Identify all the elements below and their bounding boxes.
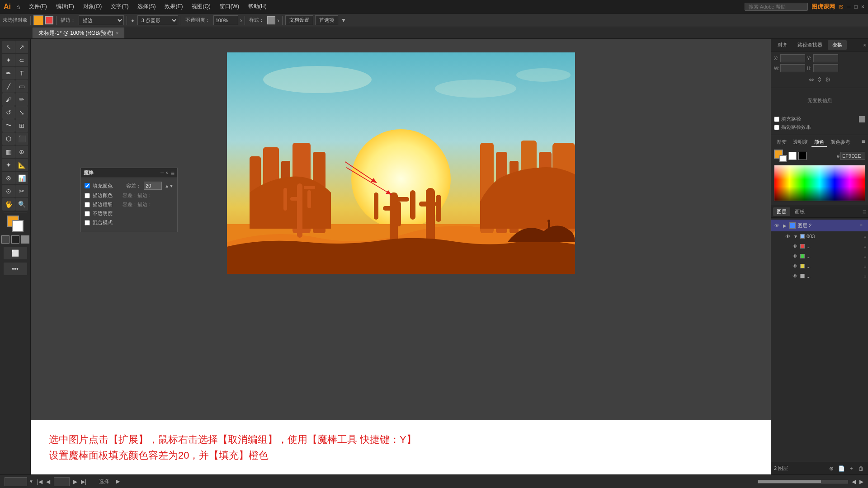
nav-last-btn[interactable]: ▶|	[81, 479, 86, 485]
window-restore[interactable]: □	[854, 4, 858, 10]
canvas-container[interactable]: 魔棒 ─ × ≡ 填充颜色 容差： ▲▼	[31, 39, 771, 420]
sub-gray-vis[interactable]: 👁	[791, 272, 798, 280]
tab-artboards[interactable]: 画板	[791, 207, 808, 216]
expand-tools-btn[interactable]: •••	[4, 263, 27, 275]
mesh-tool[interactable]: ⊕	[15, 145, 28, 158]
sub-red-circle[interactable]: ○	[863, 244, 866, 249]
stroke-color-swatch[interactable]	[45, 16, 53, 24]
gradient-tool[interactable]: ▦	[2, 145, 15, 158]
doc-settings-btn[interactable]: 文档设置	[285, 15, 313, 25]
normal-mode-btn[interactable]	[1, 235, 9, 244]
sublayer-003[interactable]: 👁 ▼ 003 ○	[771, 231, 868, 241]
delete-layer-btn[interactable]: 🗑	[857, 465, 865, 473]
fill-path-checkbox[interactable]	[774, 117, 779, 122]
lasso-tool[interactable]: ⊂	[15, 54, 28, 66]
free-transform[interactable]: ⊞	[15, 119, 28, 132]
background-color[interactable]	[12, 220, 24, 232]
window-minimize[interactable]: ─	[847, 4, 851, 10]
symbol-sprayer[interactable]: ⊙	[2, 185, 15, 197]
blend-tool[interactable]: ⊗	[2, 172, 15, 184]
stroke-width-checkbox[interactable]	[85, 202, 90, 207]
flip-h-icon[interactable]: ⇔	[809, 76, 814, 83]
tab-transform[interactable]: 变换	[828, 40, 847, 50]
zoom-tool[interactable]: 🔍	[15, 198, 28, 211]
sub-003-vis[interactable]: 👁	[784, 233, 791, 240]
brush-select[interactable]: 描边	[79, 15, 124, 25]
tab-align[interactable]: 对齐	[773, 40, 792, 50]
magic-wand-tool[interactable]: ✦	[2, 54, 15, 66]
artboard-tool[interactable]: ⬜	[4, 247, 27, 259]
pen-tool[interactable]: ✒	[2, 67, 15, 80]
fill-color-checkbox[interactable]	[85, 183, 90, 188]
sub-yellow-circle[interactable]: ○	[863, 264, 866, 269]
sub-red-vis[interactable]: 👁	[791, 243, 798, 250]
artwork-canvas[interactable]	[227, 52, 575, 274]
tab-pathfinder[interactable]: 路径查找器	[793, 40, 827, 50]
color-bg-swatch[interactable]	[779, 155, 787, 162]
slice-tool[interactable]: ✂	[15, 185, 28, 197]
brush-type-select[interactable]: 3 点圆形	[137, 15, 178, 25]
color-gradient-bar[interactable]	[774, 165, 865, 201]
create-layer-btn[interactable]: 📄	[837, 465, 845, 473]
chart-tool[interactable]: 📊	[15, 172, 28, 184]
nav-first-btn[interactable]: |◀	[37, 479, 42, 485]
white-swatch[interactable]	[788, 152, 797, 160]
menu-object[interactable]: 对象(O)	[80, 2, 105, 11]
add-layer-btn[interactable]: ＋	[847, 465, 855, 473]
line-tool[interactable]: ╱	[2, 80, 15, 93]
hand-tool[interactable]: 🖐	[2, 198, 15, 211]
measure-tool[interactable]: 📐	[15, 159, 28, 171]
rotate-tool[interactable]: ↺	[2, 106, 15, 119]
opacity-input[interactable]	[213, 15, 238, 25]
status-play-btn[interactable]: ▶	[116, 479, 120, 484]
nav-prev-btn[interactable]: ◀	[46, 479, 50, 485]
style-expand[interactable]: ›	[277, 17, 279, 24]
tab-transparency[interactable]: 透明度	[790, 138, 811, 147]
flip-v-icon[interactable]: ⇕	[817, 76, 822, 83]
menu-view[interactable]: 视图(Q)	[188, 2, 214, 11]
panel-collapse-btn[interactable]: ─	[160, 170, 164, 175]
status-scroll-right[interactable]: ▶	[859, 479, 863, 485]
sub-003-expand[interactable]: ▼	[793, 234, 798, 239]
pencil-tool[interactable]: ✏	[15, 93, 28, 106]
fill-tolerance-input[interactable]	[144, 182, 162, 190]
panel-options-btn[interactable]: ≡	[171, 169, 175, 177]
sub-003-circle[interactable]: ○	[863, 234, 866, 239]
layers-options-btn[interactable]: ≡	[863, 208, 866, 216]
h-input[interactable]	[813, 64, 838, 72]
make-clipping-btn[interactable]: ⊕	[827, 465, 835, 473]
black-swatch[interactable]	[798, 152, 807, 160]
transform-options-icon[interactable]: ⚙	[825, 76, 831, 83]
eyedropper-tool[interactable]: ✦	[2, 159, 15, 171]
screen-mode-btn[interactable]	[11, 235, 19, 244]
layer-2-lock[interactable]: ○	[860, 222, 866, 229]
sublayer-yellow[interactable]: 👁 ... ○	[771, 261, 868, 271]
menu-effect[interactable]: 效果(E)	[161, 2, 186, 11]
layer-2-expand[interactable]: ▶	[782, 223, 788, 228]
nav-next-btn[interactable]: ▶	[73, 479, 77, 485]
style-swatch[interactable]	[267, 16, 275, 24]
y-input[interactable]	[813, 54, 838, 62]
sublayer-green[interactable]: 👁 ... ○	[771, 251, 868, 261]
tab-close-btn[interactable]: ×	[116, 31, 119, 36]
zoom-dropdown[interactable]: ▼	[29, 479, 33, 484]
type-tool[interactable]: T	[15, 67, 28, 80]
shape-builder[interactable]: ⬡	[2, 132, 15, 145]
toolbar-options[interactable]: ▼	[341, 17, 346, 23]
home-icon[interactable]: ⌂	[16, 3, 20, 10]
blend-mode-checkbox[interactable]	[85, 220, 90, 225]
tab-layers[interactable]: 图层	[773, 207, 790, 216]
opacity-expand[interactable]: ›	[240, 17, 242, 24]
layer-item-2[interactable]: 👁 ▶ 图层 2 ○	[771, 220, 868, 231]
sublayer-gray[interactable]: 👁 ... ○	[771, 271, 868, 281]
x-input[interactable]	[780, 54, 805, 62]
fill-tolerance-spinner[interactable]: ▲▼	[165, 183, 174, 188]
sub-green-circle[interactable]: ○	[863, 254, 866, 259]
perspective-tool[interactable]: ⬛	[15, 132, 28, 145]
menu-window[interactable]: 窗口(W)	[216, 2, 243, 11]
menu-edit[interactable]: 编辑(E)	[52, 2, 78, 11]
page-input[interactable]: 1	[54, 477, 70, 486]
status-scroll-left[interactable]: ◀	[852, 479, 856, 485]
layer-2-vis[interactable]: 👁	[773, 222, 780, 229]
paintbrush-tool[interactable]: 🖌	[2, 93, 15, 106]
